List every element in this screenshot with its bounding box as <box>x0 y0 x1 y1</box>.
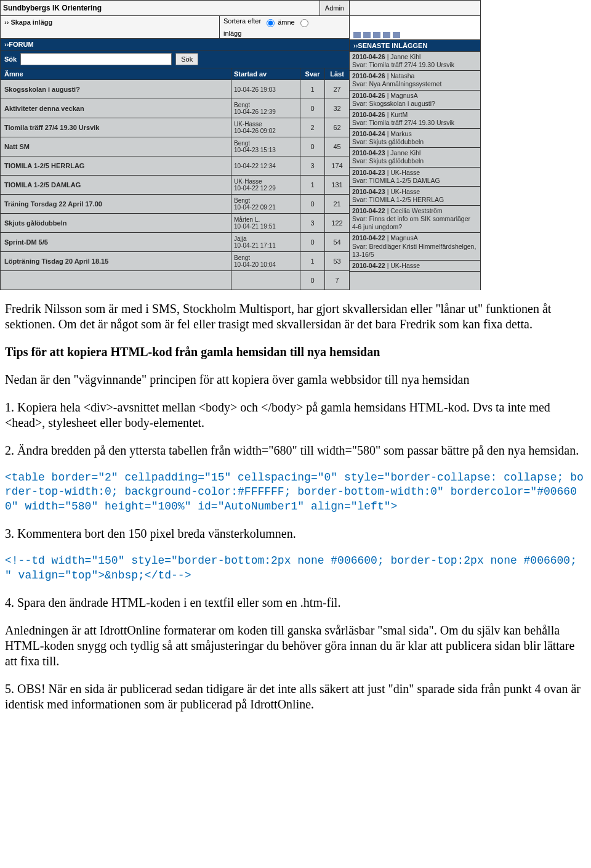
last-cell: 7 <box>324 271 349 290</box>
topic-cell[interactable]: Tiomila träff 27/4 19.30 Ursvik <box>1 118 231 137</box>
sort-opt-inlagg[interactable] <box>297 17 310 27</box>
table-row[interactable]: Tiomila träff 27/4 19.30 UrsvikUK-Hasse1… <box>1 118 349 137</box>
table-row[interactable]: Aktiviteter denna veckanBengt10-04-26 12… <box>1 99 349 118</box>
explanation-paragraph: Anledningen är att IdrottOnline formater… <box>5 623 586 669</box>
table-row[interactable]: TIOMILA 1-2/5 HERRLAG10-04-22 12:343174 <box>1 156 349 176</box>
sort-opt2-label: inlägg <box>223 30 241 37</box>
startedby-cell: Mårten L.10-04-21 19:51 <box>231 214 300 232</box>
radio-inlagg[interactable] <box>300 19 308 27</box>
admin-link[interactable]: Admin <box>320 1 349 15</box>
svar-cell: 1 <box>300 252 324 270</box>
topic-cell[interactable]: Träning Torsdag 22 April 17.00 <box>1 195 231 213</box>
sort-label: Sortera efter <box>223 17 261 25</box>
startedby-cell <box>231 271 300 290</box>
search-input[interactable] <box>20 53 172 65</box>
intro-paragraph: Fredrik Nilsson som är med i SMS, Stockh… <box>5 301 586 332</box>
radio-amne[interactable] <box>267 19 275 27</box>
col-header-startad[interactable]: Startad av <box>231 68 300 79</box>
last-cell: 131 <box>324 176 349 194</box>
topic-cell[interactable]: Natt SM <box>1 137 231 156</box>
topic-cell[interactable]: Skogsskolan i augusti? <box>1 80 231 99</box>
col-header-amne[interactable]: Ämne <box>1 68 231 79</box>
recent-item[interactable]: 2010-04-26 | NatashaSvar: Nya Anmälnings… <box>350 71 480 90</box>
step-1: 1. Kopiera hela <div>-avsnittet mellan <… <box>5 400 586 431</box>
recent-item[interactable]: 2010-04-26 | KurtMSvar: Tiomila träff 27… <box>350 110 480 129</box>
svar-cell: 2 <box>300 118 324 137</box>
recent-item[interactable]: 2010-04-23 | UK-HasseSvar: TIOMILA 1-2/5… <box>350 187 480 206</box>
table-row[interactable]: 07 <box>1 271 349 290</box>
topic-cell[interactable]: Löpträning Tisdag 20 April 18.15 <box>1 252 231 270</box>
decoration-squares <box>350 16 480 40</box>
step-3: 3. Kommentera bort den 150 pixel breda v… <box>5 526 586 541</box>
recent-panel: ››SENASTE INLÄGGEN 2010-04-26 | Janne Ki… <box>350 0 481 290</box>
sort-opt-amne[interactable]: ämne <box>263 17 295 27</box>
forum-panel: Sundbybergs IK Orientering Admin ›› Skap… <box>0 0 350 290</box>
topic-cell[interactable]: Sprint-DM 5/5 <box>1 233 231 251</box>
startedby-cell: Bengt10-04-20 10:04 <box>231 252 300 270</box>
startedby-cell: UK-Hasse10-04-22 12:29 <box>231 176 300 194</box>
tips-heading: Tips för att kopiera HTML-kod från gamla… <box>5 344 586 360</box>
sort-row: ›› Skapa inlägg Sortera efter ämne inläg… <box>1 16 349 39</box>
svar-cell: 3 <box>300 214 324 232</box>
forum-screenshot: Sundbybergs IK Orientering Admin ›› Skap… <box>0 0 591 290</box>
col-header-svar[interactable]: Svar <box>300 68 324 79</box>
recent-item[interactable]: 2010-04-22 | Cecilia WestströmSvar: Finn… <box>350 206 480 233</box>
last-cell: 21 <box>324 195 349 213</box>
site-title: Sundbybergs IK Orientering <box>1 4 320 12</box>
recent-item[interactable]: 2010-04-23 | UK-HasseSvar: TIOMILA 1-2/5… <box>350 168 480 187</box>
last-cell: 27 <box>324 80 349 99</box>
code-block-2: <!--td width="150" style="border-bottom:… <box>5 554 586 583</box>
col-header-last[interactable]: Läst <box>324 68 349 79</box>
sort-controls: Sortera efter ämne inlägg <box>219 16 349 38</box>
recent-item[interactable]: 2010-04-22 | MagnusASvar: Breddläger Kri… <box>350 233 480 260</box>
svar-cell: 1 <box>300 80 324 99</box>
startedby-cell: Bengt10-04-23 15:13 <box>231 137 300 156</box>
recent-item[interactable]: 2010-04-26 | MagnusASvar: Skogsskolan i … <box>350 91 480 110</box>
table-row[interactable]: Skogsskolan i augusti?10-04-26 19:03127 <box>1 80 349 99</box>
last-cell: 53 <box>324 252 349 270</box>
startedby-cell: Bengt10-04-22 09:21 <box>231 195 300 213</box>
step-2: 2. Ändra bredden på den yttersta tabelle… <box>5 443 586 458</box>
svar-cell: 3 <box>300 156 324 175</box>
topic-cell[interactable]: TIOMILA 1-2/5 DAMLAG <box>1 176 231 194</box>
forum-table-header: Ämne Startad av Svar Läst <box>1 68 349 80</box>
topic-cell[interactable]: Skjuts gålödubbeln <box>1 214 231 232</box>
table-row[interactable]: TIOMILA 1-2/5 DAMLAGUK-Hasse10-04-22 12:… <box>1 176 349 195</box>
svar-cell: 1 <box>300 176 324 194</box>
svar-cell: 0 <box>300 233 324 251</box>
startedby-cell: UK-Hasse10-04-26 09:02 <box>231 118 300 137</box>
step-5: 5. OBS! När en sida är publicerad sedan … <box>5 681 586 712</box>
last-cell: 45 <box>324 137 349 156</box>
last-cell: 32 <box>324 99 349 118</box>
table-row[interactable]: Skjuts gålödubbelnMårten L.10-04-21 19:5… <box>1 214 349 233</box>
last-cell: 174 <box>324 156 349 175</box>
recent-item[interactable]: 2010-04-24 | MarkusSvar: Skjuts gålödubb… <box>350 129 480 148</box>
recent-title: ››SENASTE INLÄGGEN <box>350 40 480 52</box>
recent-item[interactable]: 2010-04-23 | Janne KihlSvar: Skjuts gålö… <box>350 148 480 167</box>
forum-table-body: Skogsskolan i augusti?10-04-26 19:03127A… <box>1 80 349 290</box>
startedby-cell: Jajja10-04-21 17:11 <box>231 233 300 251</box>
last-cell: 62 <box>324 118 349 137</box>
step-4: 4. Spara den ändrade HTML-koden i en tex… <box>5 595 586 610</box>
forum-header: Sundbybergs IK Orientering Admin <box>1 1 349 16</box>
topic-cell[interactable]: Aktiviteter denna veckan <box>1 99 231 118</box>
svar-cell: 0 <box>300 271 324 290</box>
topic-cell[interactable]: TIOMILA 1-2/5 HERRLAG <box>1 156 231 175</box>
table-row[interactable]: Löpträning Tisdag 20 April 18.15Bengt10-… <box>1 252 349 271</box>
recent-item[interactable]: 2010-04-26 | Janne KihlSvar: Tiomila trä… <box>350 52 480 71</box>
startedby-cell: 10-04-26 19:03 <box>231 80 300 99</box>
table-row[interactable]: Träning Torsdag 22 April 17.00Bengt10-04… <box>1 195 349 214</box>
search-button[interactable]: Sök <box>175 53 198 65</box>
table-row[interactable]: Natt SMBengt10-04-23 15:13045 <box>1 137 349 156</box>
table-row[interactable]: Sprint-DM 5/5Jajja10-04-21 17:11054 <box>1 233 349 252</box>
search-label: Sök <box>4 55 17 63</box>
tips-intro: Nedan är den "vägvinnande" principen för… <box>5 372 586 387</box>
recent-header-spacer <box>350 1 480 16</box>
forum-section-label: ››FORUM <box>1 39 349 51</box>
create-post-link[interactable]: ›› Skapa inlägg <box>1 16 219 38</box>
startedby-cell: 10-04-22 12:34 <box>231 156 300 175</box>
svar-cell: 0 <box>300 195 324 213</box>
startedby-cell: Bengt10-04-26 12:39 <box>231 99 300 118</box>
recent-item[interactable]: 2010-04-22 | UK-Hasse <box>350 261 480 272</box>
topic-cell[interactable] <box>1 271 231 290</box>
